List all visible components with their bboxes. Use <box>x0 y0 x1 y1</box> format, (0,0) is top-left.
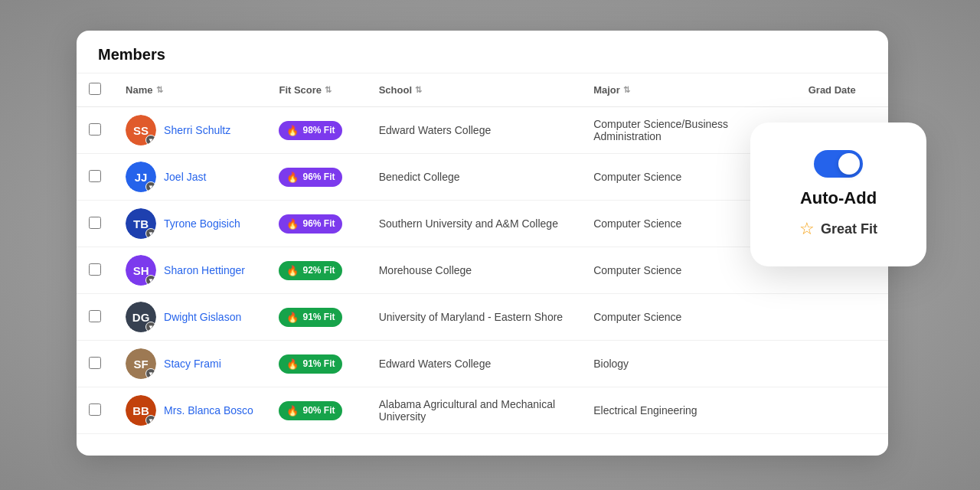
grad-date-cell <box>796 294 888 341</box>
toggle-knob <box>838 153 860 175</box>
fit-score-cell: 🔥 90% Fit <box>266 387 366 434</box>
avatar: SH ▼ <box>126 255 156 286</box>
auto-add-popup: Auto-Add ☆ Great Fit <box>750 122 926 266</box>
row-checkbox-cell <box>77 107 113 154</box>
col-name: Name ⇅ <box>113 74 266 107</box>
col-grad-date: Grad Date <box>796 74 888 107</box>
avatar-badge: ▼ <box>145 415 156 426</box>
member-name-cell: TB ▼ Tyrone Bogisich <box>113 201 266 247</box>
grad-date-cell <box>796 387 888 434</box>
row-checkbox-cell <box>77 247 113 294</box>
row-checkbox[interactable] <box>89 170 101 182</box>
fit-score-cell: 🔥 91% Fit <box>266 294 366 341</box>
member-name-link[interactable]: Joel Jast <box>164 171 206 183</box>
school-cell: Morehouse College <box>367 247 582 294</box>
avatar: TB ▼ <box>126 208 156 239</box>
great-fit-row: ☆ Great Fit <box>799 219 877 239</box>
row-checkbox-cell <box>77 387 113 434</box>
row-checkbox[interactable] <box>89 357 101 369</box>
fit-icon: 🔥 <box>286 172 299 183</box>
row-checkbox-cell <box>77 154 113 201</box>
school-cell: Benedict College <box>367 154 582 201</box>
major-cell: Biology <box>581 341 796 387</box>
auto-add-label: Auto-Add <box>800 188 877 208</box>
avatar: SF ▼ <box>126 348 156 379</box>
member-name-cell: JJ ▼ Joel Jast <box>113 154 266 201</box>
avatar-badge: ▼ <box>145 322 156 332</box>
fit-badge: 🔥 92% Fit <box>279 261 342 280</box>
member-name-link[interactable]: Tyrone Bogisich <box>164 217 240 230</box>
fit-badge: 🔥 96% Fit <box>279 168 342 187</box>
major-sort-icon[interactable]: ⇅ <box>623 85 630 95</box>
row-checkbox[interactable] <box>89 263 101 276</box>
fit-badge: 🔥 91% Fit <box>279 308 342 327</box>
fit-score-cell: 🔥 92% Fit <box>266 247 366 294</box>
col-school: School ⇅ <box>367 74 582 107</box>
select-all-checkbox[interactable] <box>89 83 101 95</box>
member-name-link[interactable]: Sherri Schultz <box>164 124 230 136</box>
row-checkbox[interactable] <box>89 123 101 136</box>
school-cell: Edward Waters College <box>367 107 582 154</box>
major-cell: Computer Science <box>581 294 796 341</box>
school-sort-icon[interactable]: ⇅ <box>415 85 422 95</box>
fit-badge: 🔥 98% Fit <box>279 121 342 140</box>
avatar-badge: ▼ <box>145 135 156 145</box>
fit-icon: 🔥 <box>286 358 299 370</box>
row-checkbox-cell <box>77 201 113 247</box>
member-name-link[interactable]: Sharon Hettinger <box>164 264 245 276</box>
fit-icon: 🔥 <box>286 218 299 230</box>
avatar-badge: ▼ <box>145 181 156 192</box>
table-row: DG ▼ Dwight Gislason 🔥 91% Fit Universit… <box>77 294 888 341</box>
avatar: BB ▼ <box>126 395 156 426</box>
avatar-badge: ▼ <box>145 275 156 286</box>
school-cell: Southern University and A&M College <box>367 201 582 247</box>
fit-icon: 🔥 <box>286 125 299 136</box>
fit-icon: 🔥 <box>286 405 299 416</box>
table-row: SF ▼ Stacy Frami 🔥 91% Fit Edward Waters… <box>77 341 888 387</box>
fit-badge: 🔥 90% Fit <box>279 401 342 420</box>
fit-score-cell: 🔥 91% Fit <box>266 341 366 387</box>
row-checkbox-cell <box>77 341 113 387</box>
avatar-badge: ▼ <box>145 368 156 379</box>
avatar: JJ ▼ <box>126 162 156 192</box>
school-cell: Alabama Agricultural and Mechanical Univ… <box>367 387 582 434</box>
col-major: Major ⇅ <box>581 74 796 107</box>
toggle-container <box>814 150 863 178</box>
member-name-link[interactable]: Mrs. Blanca Bosco <box>164 404 253 416</box>
name-sort-icon[interactable]: ⇅ <box>156 85 163 95</box>
fit-badge: 🔥 91% Fit <box>279 354 342 374</box>
auto-add-toggle[interactable] <box>814 150 863 178</box>
fit-score-cell: 🔥 96% Fit <box>266 201 366 247</box>
major-cell: Electrical Engineering <box>581 387 796 434</box>
great-fit-label: Great Fit <box>821 221 877 237</box>
member-name-cell: BB ▼ Mrs. Blanca Bosco <box>113 387 266 434</box>
fit-sort-icon[interactable]: ⇅ <box>325 85 332 95</box>
avatar: DG ▼ <box>126 302 156 332</box>
member-name-cell: SS ▼ Sherri Schultz <box>113 107 266 154</box>
fit-icon: 🔥 <box>286 312 299 323</box>
member-name-link[interactable]: Stacy Frami <box>164 358 221 370</box>
page-title: Members <box>98 46 867 64</box>
table-row: BB ▼ Mrs. Blanca Bosco 🔥 90% Fit Alabama… <box>77 387 888 434</box>
avatar: SS ▼ <box>126 115 156 145</box>
col-checkbox <box>77 74 113 107</box>
member-name-cell: DG ▼ Dwight Gislason <box>113 294 266 341</box>
member-name-link[interactable]: Dwight Gislason <box>164 311 241 323</box>
fit-score-cell: 🔥 96% Fit <box>266 154 366 201</box>
table-header: Members <box>77 31 888 74</box>
row-checkbox[interactable] <box>89 310 101 322</box>
row-checkbox[interactable] <box>89 403 101 416</box>
fit-icon: 🔥 <box>286 265 299 276</box>
fit-badge: 🔥 96% Fit <box>279 214 342 234</box>
row-checkbox-cell <box>77 294 113 341</box>
fit-score-cell: 🔥 98% Fit <box>266 107 366 154</box>
avatar-badge: ▼ <box>145 228 156 239</box>
row-checkbox[interactable] <box>89 217 101 229</box>
school-cell: University of Maryland - Eastern Shore <box>367 294 582 341</box>
member-name-cell: SF ▼ Stacy Frami <box>113 341 266 387</box>
grad-date-cell <box>796 341 888 387</box>
member-name-cell: SH ▼ Sharon Hettinger <box>113 247 266 294</box>
col-fit-score: Fit Score ⇅ <box>266 74 366 107</box>
star-icon: ☆ <box>799 219 815 239</box>
school-cell: Edward Waters College <box>367 341 582 387</box>
